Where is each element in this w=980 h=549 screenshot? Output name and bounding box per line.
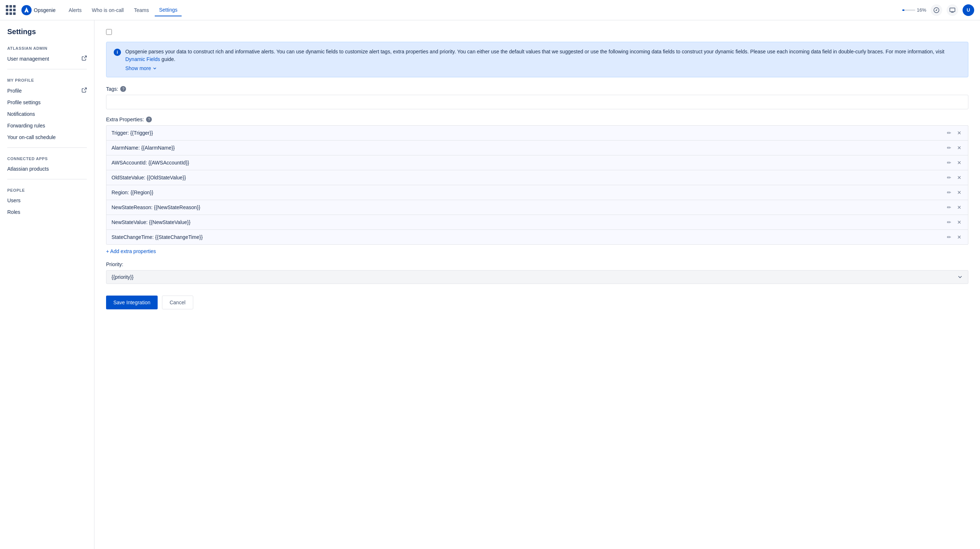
extra-properties-list: Trigger: {{Trigger}} ✏ ✕ AlarmName: {{Al…	[106, 125, 968, 245]
delete-state-change-time-button[interactable]: ✕	[956, 233, 963, 241]
sidebar-item-atlassian-products[interactable]: Atlassian products	[0, 163, 94, 175]
user-avatar[interactable]: U	[963, 4, 974, 16]
sidebar-divider-3	[7, 179, 87, 179]
edit-new-state-value-button[interactable]: ✏	[945, 219, 953, 226]
tags-label: Tags: ?	[106, 86, 968, 92]
sidebar-section-atlassian-admin: ATLASSIAN ADMIN	[0, 42, 94, 52]
priority-select[interactable]: {{priority}}	[106, 270, 968, 284]
notifications-icon-button[interactable]	[947, 4, 958, 16]
edit-region-button[interactable]: ✏	[945, 189, 953, 196]
delete-new-state-reason-button[interactable]: ✕	[956, 204, 963, 211]
top-checkbox[interactable]	[106, 29, 112, 35]
info-text: Opsgenie parses your data to construct r…	[125, 48, 961, 63]
sidebar-item-user-management[interactable]: User management	[0, 52, 94, 65]
nav-settings[interactable]: Settings	[155, 4, 182, 16]
info-content: Opsgenie parses your data to construct r…	[125, 48, 961, 71]
info-box: i Opsgenie parses your data to construct…	[106, 42, 968, 77]
delete-region-button[interactable]: ✕	[956, 189, 963, 196]
progress-badge: 16%	[902, 7, 926, 13]
top-checkbox-container	[106, 29, 968, 36]
show-more-link[interactable]: Show more	[125, 65, 157, 71]
extra-properties-section: Extra Properties: ? Trigger: {{Trigger}}…	[106, 117, 968, 254]
sidebar-item-forwarding-rules[interactable]: Forwarding rules	[0, 120, 94, 132]
main-content: i Opsgenie parses your data to construct…	[94, 20, 980, 549]
progress-bar	[902, 10, 915, 11]
add-extra-properties-link[interactable]: + Add extra properties	[106, 248, 156, 254]
edit-state-change-time-button[interactable]: ✏	[945, 233, 953, 241]
edit-alarm-name-button[interactable]: ✏	[945, 144, 953, 151]
info-icon: i	[114, 49, 121, 56]
sidebar-item-roles[interactable]: Roles	[0, 206, 94, 218]
priority-section: Priority: {{priority}}	[106, 262, 968, 284]
sidebar-item-users[interactable]: Users	[0, 195, 94, 206]
nav-teams[interactable]: Teams	[130, 4, 153, 16]
prop-row-alarm-name: AlarmName: {{AlarmName}} ✏ ✕	[106, 140, 968, 155]
external-link-icon-profile	[82, 87, 87, 94]
save-integration-button[interactable]: Save Integration	[106, 295, 158, 309]
sidebar-item-profile[interactable]: Profile	[0, 85, 94, 97]
app-grid-icon[interactable]	[6, 5, 16, 15]
priority-label: Priority:	[106, 262, 968, 267]
sidebar: Settings ATLASSIAN ADMIN User management…	[0, 20, 94, 549]
delete-aws-account-id-button[interactable]: ✕	[956, 159, 963, 166]
external-link-icon	[82, 56, 87, 62]
compass-icon-button[interactable]	[931, 4, 942, 16]
nav-who-is-on-call[interactable]: Who is on-call	[88, 4, 128, 16]
sidebar-section-connected-apps: CONNECTED APPS	[0, 152, 94, 163]
sidebar-item-profile-settings[interactable]: Profile settings	[0, 97, 94, 108]
cancel-button[interactable]: Cancel	[162, 295, 193, 309]
prop-row-trigger: Trigger: {{Trigger}} ✏ ✕	[106, 125, 968, 140]
nav-alerts[interactable]: Alerts	[64, 4, 86, 16]
sidebar-divider-2	[7, 148, 87, 148]
prop-row-old-state-value: OldStateValue: {{OldStateValue}} ✏ ✕	[106, 170, 968, 185]
prop-row-region: Region: {{Region}} ✏ ✕	[106, 185, 968, 200]
tags-section: Tags: ?	[106, 86, 968, 109]
edit-trigger-button[interactable]: ✏	[945, 129, 953, 136]
prop-row-new-state-value: NewStateValue: {{NewStateValue}} ✏ ✕	[106, 214, 968, 230]
edit-aws-account-id-button[interactable]: ✏	[945, 159, 953, 166]
sidebar-title: Settings	[0, 28, 94, 42]
sidebar-item-on-call-schedule[interactable]: Your on-call schedule	[0, 132, 94, 143]
extra-properties-label: Extra Properties: ?	[106, 117, 968, 122]
delete-old-state-value-button[interactable]: ✕	[956, 174, 963, 181]
extra-properties-help-icon[interactable]: ?	[146, 117, 152, 122]
nav-links: Alerts Who is on-call Teams Settings	[64, 4, 182, 16]
progress-value: 16%	[917, 7, 926, 13]
sidebar-section-my-profile: MY PROFILE	[0, 74, 94, 85]
delete-new-state-value-button[interactable]: ✕	[956, 219, 963, 226]
dynamic-fields-link[interactable]: Dynamic Fields	[125, 56, 160, 62]
prop-row-aws-account-id: AWSAccountId: {{AWSAccountId}} ✏ ✕	[106, 155, 968, 170]
sidebar-section-people: PEOPLE	[0, 184, 94, 195]
tags-help-icon[interactable]: ?	[120, 86, 126, 92]
edit-new-state-reason-button[interactable]: ✏	[945, 204, 953, 211]
logo[interactable]: Opsgenie	[21, 5, 56, 15]
edit-old-state-value-button[interactable]: ✏	[945, 174, 953, 181]
delete-alarm-name-button[interactable]: ✕	[956, 144, 963, 151]
action-buttons: Save Integration Cancel	[106, 293, 968, 309]
sidebar-item-notifications[interactable]: Notifications	[0, 108, 94, 120]
tags-input[interactable]	[106, 95, 968, 109]
top-navigation: Opsgenie Alerts Who is on-call Teams Set…	[0, 0, 980, 20]
prop-row-new-state-reason: NewStateReason: {{NewStateReason}} ✏ ✕	[106, 200, 968, 214]
progress-fill	[902, 10, 904, 11]
logo-text: Opsgenie	[34, 7, 56, 13]
delete-trigger-button[interactable]: ✕	[956, 129, 963, 136]
prop-row-state-change-time: StateChangeTime: {{StateChangeTime}} ✏ ✕	[106, 230, 968, 245]
svg-rect-2	[950, 8, 955, 12]
sidebar-divider-1	[7, 69, 87, 69]
